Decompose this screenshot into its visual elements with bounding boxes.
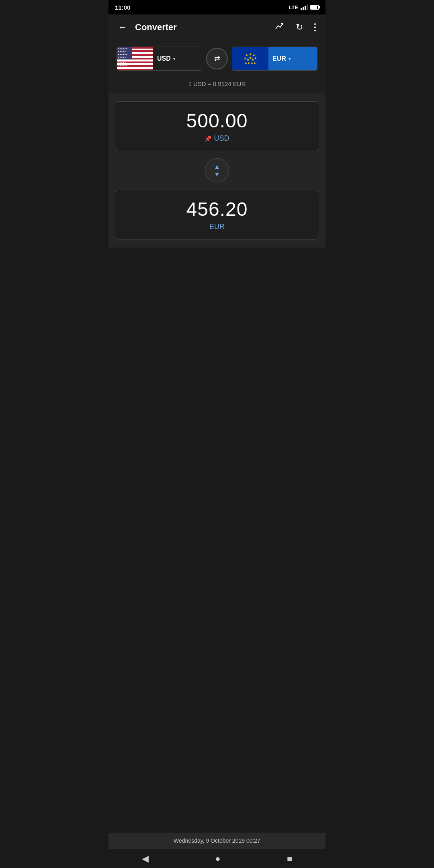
- signal-icon: [301, 4, 308, 10]
- conversion-area: 500.00 📌 USD ▲ ▼ 456.20 EUR: [108, 93, 326, 248]
- exchange-rate: 1 USD = 0.9124 EUR: [108, 76, 326, 93]
- eu-flag-icon: ★ ★ ★ ★ ★ ★ ★ ★ ★ ★ ★ ★: [232, 47, 268, 71]
- from-amount-value: 500.00: [123, 110, 311, 132]
- to-flag: ★ ★ ★ ★ ★ ★ ★ ★ ★ ★ ★ ★: [232, 47, 268, 71]
- dot2: [314, 27, 316, 28]
- to-amount-currency-code: EUR: [209, 223, 225, 231]
- from-dropdown-arrow: ▼: [172, 57, 176, 61]
- exchange-rate-text: 1 USD = 0.9124 EUR: [188, 80, 246, 87]
- to-currency-code: EUR: [272, 55, 286, 62]
- refresh-button[interactable]: ↻: [293, 19, 306, 36]
- eu-stars: ★ ★ ★ ★ ★ ★ ★ ★ ★ ★ ★ ★: [244, 52, 257, 65]
- from-amount-box[interactable]: 500.00 📌 USD: [115, 101, 319, 151]
- battery-icon: [310, 5, 319, 10]
- to-currency-picker[interactable]: ★ ★ ★ ★ ★ ★ ★ ★ ★ ★ ★ ★ EUR ▼: [232, 47, 317, 71]
- pin-icon: 📌: [205, 135, 211, 142]
- to-dropdown-arrow: ▼: [288, 57, 292, 61]
- from-flag: ★★★★★★ ★★★★★ ★★★★★★ ★★★★★ ★★★★★★ ★★★★★ ★…: [117, 47, 153, 71]
- swap-currencies-button[interactable]: ⇄: [206, 48, 228, 70]
- from-currency-code: USD: [157, 55, 171, 62]
- status-bar: 11:00 LTE: [108, 0, 326, 14]
- to-currency-label: EUR ▼: [268, 55, 296, 62]
- menu-button[interactable]: [311, 20, 319, 35]
- dot1: [314, 23, 316, 25]
- from-currency-picker[interactable]: ★★★★★★ ★★★★★ ★★★★★★ ★★★★★ ★★★★★★ ★★★★★ ★…: [117, 47, 202, 71]
- toolbar: ← Converter ↻: [108, 14, 326, 40]
- chart-icon[interactable]: [272, 18, 288, 37]
- from-amount-currency-code: USD: [214, 134, 229, 143]
- page-title: Converter: [135, 22, 267, 33]
- back-button[interactable]: ←: [115, 19, 130, 36]
- swap-horizontal-icon: ⇄: [214, 54, 220, 63]
- swap-vertical-icon: ▲ ▼: [214, 163, 220, 178]
- arrow-up-icon: ▲: [214, 163, 220, 170]
- to-amount-box[interactable]: 456.20 EUR: [115, 190, 319, 240]
- status-time: 11:00: [115, 4, 130, 11]
- arrow-down-icon: ▼: [214, 171, 220, 178]
- swap-vertical-button[interactable]: ▲ ▼: [205, 158, 229, 182]
- to-amount-currency: EUR: [123, 223, 311, 231]
- us-flag-icon: ★★★★★★ ★★★★★ ★★★★★★ ★★★★★ ★★★★★★ ★★★★★ ★…: [117, 47, 153, 71]
- status-icons: LTE: [289, 4, 319, 10]
- to-amount-value: 456.20: [123, 198, 311, 220]
- from-amount-currency: 📌 USD: [123, 134, 311, 143]
- dot3: [314, 30, 316, 31]
- from-currency-label: USD ▼: [153, 55, 180, 62]
- currency-selector-area: ★★★★★★ ★★★★★ ★★★★★★ ★★★★★ ★★★★★★ ★★★★★ ★…: [108, 40, 326, 76]
- lte-label: LTE: [289, 4, 298, 10]
